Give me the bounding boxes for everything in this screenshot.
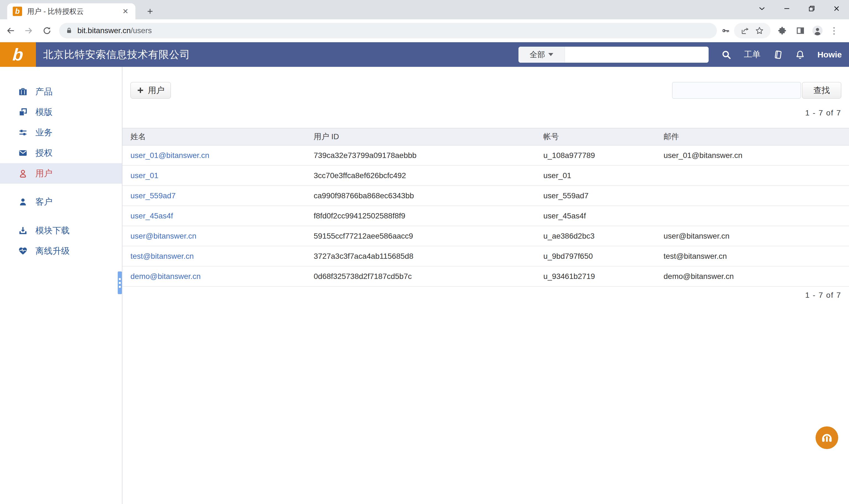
app-logo[interactable]: b xyxy=(0,42,36,67)
window-restore-button[interactable] xyxy=(799,0,824,17)
column-header-email: 邮件 xyxy=(656,128,849,145)
user-name-link[interactable]: demo@bitanswer.cn xyxy=(131,272,201,281)
name-cell: user@bitanswer.cn xyxy=(122,226,306,246)
side-panel-button[interactable] xyxy=(793,23,808,38)
password-manager-button[interactable] xyxy=(721,26,730,35)
add-user-button[interactable]: 用户 xyxy=(131,82,171,98)
address-bar[interactable]: bit.bitanswer.cn/users xyxy=(59,23,717,38)
back-button[interactable] xyxy=(3,23,18,38)
user-id-cell: 739ca32e73799a09178aebbb xyxy=(306,145,535,165)
pagination-top: 1 - 7 of 7 xyxy=(805,109,841,118)
bell-icon xyxy=(795,50,805,59)
reload-button[interactable] xyxy=(39,23,55,38)
support-fab-button[interactable] xyxy=(816,427,838,449)
close-icon xyxy=(832,4,841,13)
user-id-cell: 3cc70e3ffca8ef626bcfc492 xyxy=(306,165,535,185)
search-icon xyxy=(721,50,731,60)
sidebar-drag-handle[interactable] xyxy=(118,271,122,294)
browser-tab[interactable]: b 用户 - 比特授权云 ✕ xyxy=(7,3,135,19)
book-icon xyxy=(773,50,783,59)
user-name-link[interactable]: test@bitanswer.cn xyxy=(131,252,194,260)
sidebar-item-customers[interactable]: 客户 xyxy=(0,192,122,212)
download-icon xyxy=(18,226,28,235)
envelope-icon xyxy=(18,148,28,158)
bookmark-button[interactable] xyxy=(752,23,767,38)
name-cell: user_559ad7 xyxy=(122,185,306,206)
notifications-button[interactable] xyxy=(795,50,805,59)
sidebar: 产品 模版 业务 授权 用户 xyxy=(0,67,122,504)
company-name: 北京比特安索信息技术有限公司 xyxy=(43,48,190,61)
forward-button[interactable] xyxy=(21,23,36,38)
header-search-button[interactable] xyxy=(721,50,731,60)
search-scope-dropdown[interactable]: 全部 xyxy=(518,47,565,63)
app-header: b 北京比特安索信息技术有限公司 全部 工单 Howie xyxy=(0,42,849,67)
table-row: demo@bitanswer.cn 0d68f325738d2f7187cd5b… xyxy=(122,266,849,286)
workorder-link[interactable]: 工单 xyxy=(744,49,761,60)
url-text: bit.bitanswer.cn/users xyxy=(77,26,712,35)
user-name-link[interactable]: user_45as4f xyxy=(131,212,173,220)
side-panel-icon xyxy=(796,26,805,35)
window-minimize-button[interactable] xyxy=(774,0,799,17)
extensions-button[interactable] xyxy=(775,23,789,38)
browser-tab-strip: b 用户 - 比特授权云 ✕ xyxy=(0,0,849,19)
column-header-name: 姓名 xyxy=(122,128,306,145)
share-button[interactable] xyxy=(738,23,752,38)
main-content: 用户 查找 1 - 7 of 7 姓名 用户 ID 帐号 邮件 user_01@… xyxy=(122,67,849,504)
email-cell: user_01@bitanswer.cn xyxy=(656,145,849,165)
user-name-link[interactable]: user_559ad7 xyxy=(131,192,175,200)
tab-close-icon[interactable]: ✕ xyxy=(121,6,131,16)
sidebar-item-module-download[interactable]: 模块下载 xyxy=(0,220,122,241)
table-header-row: 姓名 用户 ID 帐号 邮件 xyxy=(122,128,849,145)
sidebar-item-templates[interactable]: 模版 xyxy=(0,102,122,122)
person-icon xyxy=(18,197,28,206)
sidebar-item-offline-upgrade[interactable]: 离线升级 xyxy=(0,241,122,261)
user-outline-icon xyxy=(18,169,28,178)
email-cell xyxy=(656,206,849,226)
sidebar-item-label: 授权 xyxy=(35,147,52,159)
sidebar-item-products[interactable]: 产品 xyxy=(0,82,122,102)
window-chevron-button[interactable] xyxy=(749,0,774,17)
user-id-cell: 59155ccf77212aee586aacc9 xyxy=(306,226,535,246)
user-id-cell: f8fd0f2cc99412502588f8f9 xyxy=(306,206,535,226)
browser-menu-button[interactable]: ⋮ xyxy=(827,23,841,38)
column-header-account: 帐号 xyxy=(535,128,656,145)
table-row: test@bitanswer.cn 3727a3c3f7aca4ab115685… xyxy=(122,246,849,266)
omnibox-actions xyxy=(734,23,770,38)
sidebar-item-label: 模块下载 xyxy=(35,225,70,236)
avatar-icon xyxy=(812,25,823,36)
user-name-link[interactable]: user_01 xyxy=(131,171,158,180)
account-cell: user_45as4f xyxy=(535,206,656,226)
find-button[interactable]: 查找 xyxy=(802,82,841,98)
user-id-cell: ca990f98766ba868ec6343bb xyxy=(306,185,535,206)
new-tab-button[interactable] xyxy=(144,5,156,18)
forward-arrow-icon xyxy=(24,26,33,35)
puzzle-icon xyxy=(778,26,786,35)
table-search-input[interactable] xyxy=(672,82,801,98)
docs-button[interactable] xyxy=(773,50,783,59)
account-cell: u_93461b2719 xyxy=(535,266,656,286)
user-id-cell: 0d68f325738d2f7187cd5b7c xyxy=(306,266,535,286)
table-row: user@bitanswer.cn 59155ccf77212aee586aac… xyxy=(122,226,849,246)
header-search-input[interactable] xyxy=(565,47,709,63)
email-cell: test@bitanswer.cn xyxy=(656,246,849,266)
add-user-label: 用户 xyxy=(148,85,164,96)
email-cell xyxy=(656,185,849,206)
header-search-bar: 全部 xyxy=(518,47,709,63)
profile-avatar[interactable] xyxy=(810,23,825,38)
table-row: user_01@bitanswer.cn 739ca32e73799a09178… xyxy=(122,145,849,165)
sidebar-item-business[interactable]: 业务 xyxy=(0,122,122,143)
window-close-button[interactable] xyxy=(824,0,849,17)
sidebar-item-authorization[interactable]: 授权 xyxy=(0,143,122,163)
sidebar-item-label: 用户 xyxy=(35,168,52,179)
user-menu[interactable]: Howie xyxy=(817,50,842,59)
user-name-link[interactable]: user_01@bitanswer.cn xyxy=(131,151,209,160)
account-cell: user_559ad7 xyxy=(535,185,656,206)
search-scope-label: 全部 xyxy=(530,50,545,60)
sidebar-item-label: 模版 xyxy=(35,106,52,118)
sidebar-item-label: 离线升级 xyxy=(35,245,70,257)
plus-icon xyxy=(137,87,144,94)
tab-title: 用户 - 比特授权云 xyxy=(27,7,121,16)
account-cell: u_9bd797f650 xyxy=(535,246,656,266)
sidebar-item-users[interactable]: 用户 xyxy=(0,163,122,184)
user-name-link[interactable]: user@bitanswer.cn xyxy=(131,232,196,240)
